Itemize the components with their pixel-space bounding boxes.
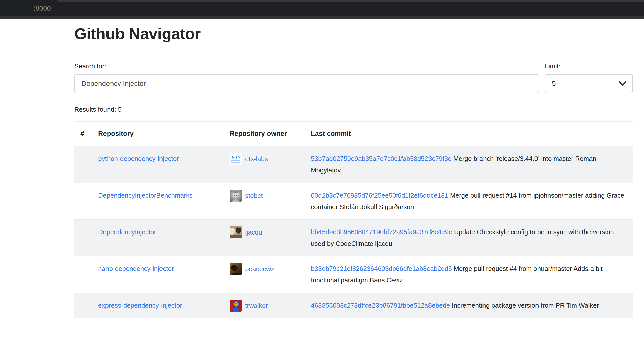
search-label: Search for: xyxy=(74,61,539,71)
results-count: Results found: 5 xyxy=(74,105,633,114)
cell-number xyxy=(74,293,92,318)
repository-link[interactable]: python-dependency-injector xyxy=(98,155,179,162)
cell-repository: DependencyInjector xyxy=(92,219,224,256)
repository-link[interactable]: nano-dependency-injector xyxy=(98,265,174,272)
page-title: Github Navigator xyxy=(74,24,633,43)
repository-link[interactable]: DependencyInjector xyxy=(98,228,156,236)
limit-group: Limit: 5 xyxy=(545,61,633,93)
commit-hash-link[interactable]: bb45d9e3b98608047190bf72a95fa9a37d8c4e9e xyxy=(311,228,452,236)
browser-address-bar[interactable] xyxy=(0,2,644,16)
peacecwz-avatar-image xyxy=(230,263,242,275)
table-row: python-dependency-injector ETS ets-labs xyxy=(74,146,633,183)
cell-last-commit: 53b7ad02759e9ab35a7e7c0c1fab58d523c79f3e… xyxy=(305,146,633,183)
cell-repository: nano-dependency-injector xyxy=(92,256,224,293)
cell-number xyxy=(74,146,92,183)
cell-number xyxy=(74,219,92,256)
commit-hash-link[interactable]: b33db79c21ef8262364603db66dfe1ab8cab2dd5 xyxy=(311,265,452,272)
page-content: Github Navigator Search for: Limit: 5 Re… xyxy=(0,24,644,318)
commit-hash-link[interactable]: 468856003c273dffce23b86791fbbe512a8ebede xyxy=(311,302,450,309)
search-input[interactable] xyxy=(74,74,539,93)
browser-tabstrip xyxy=(0,0,644,2)
ets-labs-avatar-image: ETS xyxy=(230,153,242,165)
svg-text:ETS: ETS xyxy=(231,154,241,160)
commit-hash-link[interactable]: 00d2b3c7e76935d76f25ee50f6d1f2ef6ddce131 xyxy=(311,192,448,199)
table-row: nano-dependency-injector xyxy=(74,256,633,293)
browser-chrome: 127.0.0.1:8000 xyxy=(0,0,644,19)
url-port: :8000 xyxy=(33,5,51,12)
ljacqu-avatar-image xyxy=(230,226,242,238)
header-repository-owner: Repository owner xyxy=(224,121,305,146)
table-row: DependencyInjector ljacqu xyxy=(74,219,633,256)
cell-repository: python-dependency-injector xyxy=(92,146,224,183)
stebet-avatar-image xyxy=(230,190,242,202)
url-text[interactable]: 127.0.0.1:8000 xyxy=(4,4,51,13)
header-repository: Repository xyxy=(92,121,224,146)
cell-last-commit: b33db79c21ef8262364603db66dfe1ab8cab2dd5… xyxy=(305,256,633,293)
header-number: # xyxy=(74,121,92,146)
owner-link[interactable]: ets-labs xyxy=(245,153,268,165)
search-group: Search for: xyxy=(74,61,539,93)
repository-link[interactable]: express-dependency-injector xyxy=(98,302,182,309)
cell-owner: ETS ets-labs xyxy=(224,146,305,183)
cell-last-commit: 00d2b3c7e76935d76f25ee50f6d1f2ef6ddce131… xyxy=(305,183,633,219)
cell-last-commit: 468856003c273dffce23b86791fbbe512a8ebede… xyxy=(305,293,633,318)
table-row: DependencyInjectorBenchmarks xyxy=(74,183,633,219)
table-header: # Repository Repository owner Last commi… xyxy=(74,121,633,146)
header-last-commit: Last commit xyxy=(305,121,633,146)
browser-chrome-divider xyxy=(0,16,644,19)
cell-repository: DependencyInjectorBenchmarks xyxy=(92,183,224,219)
trwalker-avatar-image xyxy=(230,300,242,312)
search-form: Search for: Limit: 5 xyxy=(74,61,633,93)
cell-owner: stebet xyxy=(224,183,305,219)
cell-last-commit: bb45d9e3b98608047190bf72a95fa9a37d8c4e9e… xyxy=(305,219,633,256)
owner-link[interactable]: trwalker xyxy=(245,300,268,311)
owner-link[interactable]: peacecwz xyxy=(245,263,274,275)
limit-select[interactable]: 5 xyxy=(545,74,633,93)
repository-link[interactable]: DependencyInjectorBenchmarks xyxy=(98,192,193,199)
cell-number xyxy=(74,183,92,219)
owner-link[interactable]: stebet xyxy=(245,190,263,201)
limit-label: Limit: xyxy=(545,61,633,71)
cell-owner: peacecwz xyxy=(224,256,305,293)
cell-number xyxy=(74,256,92,293)
owner-link[interactable]: ljacqu xyxy=(245,226,262,238)
table-row: express-dependency-injector xyxy=(74,293,633,318)
commit-hash-link[interactable]: 53b7ad02759e9ab35a7e7c0c1fab58d523c79f3e xyxy=(311,155,452,162)
cell-repository: express-dependency-injector xyxy=(92,293,224,318)
commit-message: Incrementing package version from PR Tim… xyxy=(452,302,599,309)
results-table: # Repository Repository owner Last commi… xyxy=(74,121,633,318)
url-host: 127.0.0.1 xyxy=(4,5,33,12)
cell-owner: ljacqu xyxy=(224,219,305,256)
limit-select-value: 5 xyxy=(552,80,556,88)
chevron-down-icon xyxy=(619,81,626,86)
cell-owner: trwalker xyxy=(224,293,305,318)
